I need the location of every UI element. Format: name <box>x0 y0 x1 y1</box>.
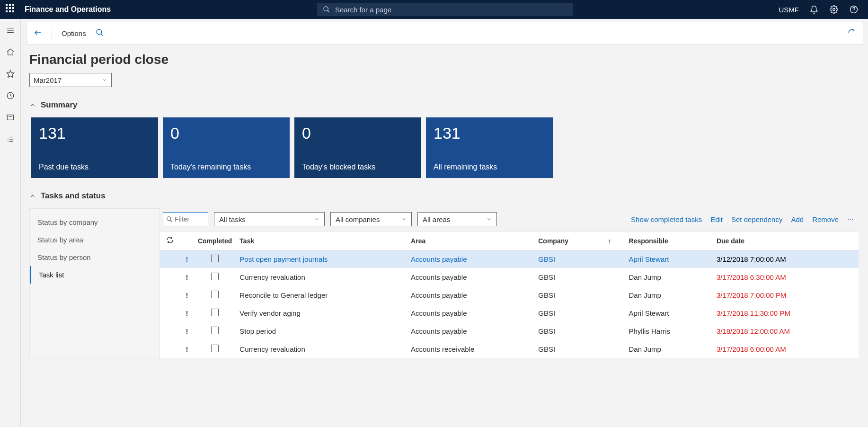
svg-point-0 <box>324 7 328 11</box>
svg-point-21 <box>167 217 171 221</box>
table-row[interactable]: !Post open payment journalsAccounts paya… <box>160 250 859 268</box>
col-company[interactable]: Company <box>534 231 602 250</box>
gear-icon[interactable] <box>829 5 839 14</box>
tile-today-blocked[interactable]: 0Today's blocked tasks <box>294 117 421 178</box>
priority-icon: ! <box>180 286 194 304</box>
dd-areas[interactable]: All areas <box>417 212 497 226</box>
dd-companies[interactable]: All companies <box>330 212 412 226</box>
svg-point-19 <box>97 29 102 35</box>
completed-checkbox[interactable] <box>194 322 236 340</box>
cell-task[interactable]: Currency revaluation <box>236 268 407 286</box>
tile-all-remaining[interactable]: 131All remaining tasks <box>426 117 553 178</box>
waffle-icon[interactable] <box>6 4 17 15</box>
cell-due: 3/17/2018 6:30:00 AM <box>713 268 859 286</box>
dd-tasks[interactable]: All tasks <box>214 212 325 226</box>
svg-point-2 <box>833 9 835 11</box>
cell-due: 3/17/2018 7:00:00 PM <box>713 286 859 304</box>
hamburger-icon[interactable] <box>6 26 15 35</box>
summary-tiles: 131Past due tasks 0Today's remaining tas… <box>31 117 859 178</box>
nav-status-area[interactable]: Status by area <box>30 231 159 249</box>
cell-due: 3/12/2018 7:00:00 AM <box>713 250 859 268</box>
table-row[interactable]: !Currency revaluationAccounts receivable… <box>160 340 859 358</box>
summary-section: Summary 131Past due tasks 0Today's remai… <box>29 100 859 178</box>
nav-task-list[interactable]: Task list <box>30 266 159 284</box>
search-icon <box>166 216 173 222</box>
back-button[interactable] <box>34 28 42 38</box>
col-task[interactable]: Task <box>236 231 407 250</box>
topbar: Finance and Operations Search for a page… <box>0 0 868 19</box>
status-nav: Status by company Status by area Status … <box>29 208 160 358</box>
tile-today-remaining[interactable]: 0Today's remaining tasks <box>163 117 290 178</box>
cell-responsible: Dan Jump <box>625 268 713 286</box>
completed-checkbox[interactable] <box>194 286 236 304</box>
filter-input[interactable] <box>163 212 208 226</box>
cell-task[interactable]: Currency revaluation <box>236 340 407 358</box>
cell-due: 3/17/2018 11:30:00 PM <box>713 304 859 322</box>
col-responsible[interactable]: Responsible <box>625 231 713 250</box>
cell-area: Accounts payable <box>407 250 534 268</box>
period-dropdown[interactable]: Mar2017 <box>29 73 112 87</box>
col-completed[interactable]: Completed <box>194 231 236 250</box>
priority-icon: ! <box>180 250 194 268</box>
filter-bar: All tasks All companies All areas Show c… <box>160 208 859 231</box>
link-edit[interactable]: Edit <box>710 215 723 223</box>
more-icon[interactable]: ⋯ <box>847 215 855 223</box>
global-search[interactable]: Search for a page <box>317 3 573 16</box>
completed-checkbox[interactable] <box>194 340 236 358</box>
completed-checkbox[interactable] <box>194 304 236 322</box>
options-menu[interactable]: Options <box>62 29 86 37</box>
clock-icon[interactable] <box>6 91 15 100</box>
cell-task[interactable]: Post open payment journals <box>236 250 407 268</box>
workspace-icon[interactable] <box>6 113 15 122</box>
table-row[interactable]: !Reconcile to General ledgerAccounts pay… <box>160 286 859 304</box>
cell-responsible: Dan Jump <box>625 286 713 304</box>
cell-task[interactable]: Reconcile to General ledger <box>236 286 407 304</box>
summary-toggle[interactable]: Summary <box>29 100 859 110</box>
company-code[interactable]: USMF <box>779 6 799 14</box>
star-icon[interactable] <box>6 69 15 79</box>
svg-line-20 <box>101 34 103 36</box>
completed-checkbox[interactable] <box>194 250 236 268</box>
col-due[interactable]: Due date <box>713 231 859 250</box>
nav-status-company[interactable]: Status by company <box>30 214 159 231</box>
modules-icon[interactable] <box>6 134 15 144</box>
table-refresh-icon[interactable] <box>166 238 174 245</box>
cell-company: GBSI <box>534 340 602 358</box>
refresh-icon[interactable] <box>848 28 856 38</box>
completed-checkbox[interactable] <box>194 268 236 286</box>
tasks-toggle[interactable]: Tasks and status <box>29 191 859 201</box>
chevron-up-icon <box>29 193 36 199</box>
cell-company: GBSI <box>534 268 602 286</box>
page-title: Financial period close <box>29 52 859 67</box>
cell-responsible: Phyllis Harris <box>625 322 713 340</box>
link-show-completed[interactable]: Show completed tasks <box>631 215 702 223</box>
sort-asc-icon[interactable]: ↑ <box>608 237 611 245</box>
bell-icon[interactable] <box>809 5 819 14</box>
priority-icon: ! <box>180 322 194 340</box>
table-row[interactable]: !Currency revaluationAccounts payableGBS… <box>160 268 859 286</box>
cell-task[interactable]: Verify vendor aging <box>236 304 407 322</box>
svg-line-22 <box>170 220 172 222</box>
svg-rect-10 <box>7 115 14 120</box>
chevron-down-icon <box>401 216 407 222</box>
tasks-title: Tasks and status <box>41 191 106 201</box>
cell-task[interactable]: Stop period <box>236 322 407 340</box>
chevron-up-icon <box>29 102 36 108</box>
link-remove[interactable]: Remove <box>812 215 839 223</box>
brand-title: Finance and Operations <box>25 5 111 14</box>
tile-past-due[interactable]: 131Past due tasks <box>31 117 158 178</box>
home-icon[interactable] <box>6 47 15 57</box>
find-icon[interactable] <box>96 28 104 38</box>
table-row[interactable]: !Verify vendor agingAccounts payableGBSI… <box>160 304 859 322</box>
link-set-dependency[interactable]: Set dependency <box>731 215 782 223</box>
help-icon[interactable] <box>849 5 859 14</box>
search-icon <box>323 6 330 13</box>
nav-status-person[interactable]: Status by person <box>30 249 159 266</box>
link-add[interactable]: Add <box>791 215 804 223</box>
table-row[interactable]: !Stop periodAccounts payableGBSIPhyllis … <box>160 322 859 340</box>
col-area[interactable]: Area <box>407 231 534 250</box>
filter-field[interactable] <box>175 215 204 223</box>
cell-responsible: Dan Jump <box>625 340 713 358</box>
summary-title: Summary <box>41 100 77 110</box>
cell-company: GBSI <box>534 250 602 268</box>
